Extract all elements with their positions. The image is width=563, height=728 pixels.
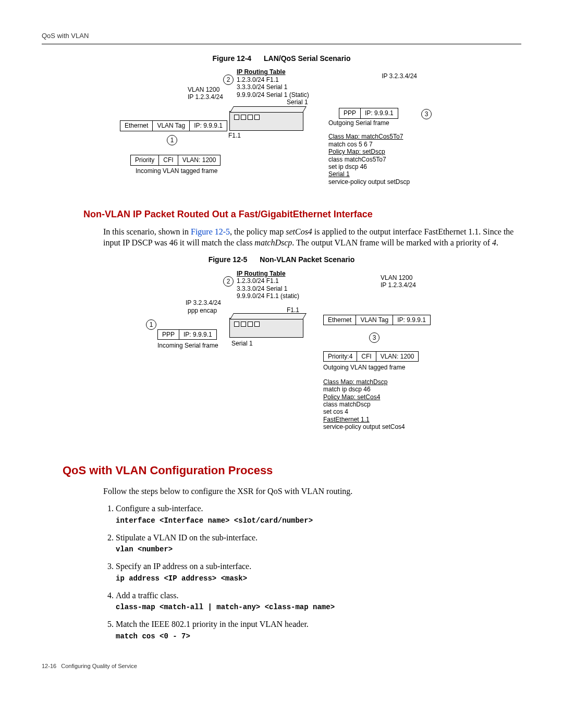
footer-title: Configuring Quality of Service: [61, 663, 137, 669]
page-footer: 12-16 Configuring Quality of Service: [42, 662, 521, 670]
figure1-diagram: 1 2 3 IP Routing Table 1.2.3.0/24 F1.1 3…: [120, 68, 443, 199]
section2-intro: Follow the steps below to configure the …: [103, 486, 521, 497]
para-text: , the policy map: [230, 227, 286, 236]
step-code: match cos <0 - 7>: [116, 632, 190, 640]
cell: PPP: [158, 330, 179, 339]
figure1-label: Figure 12-4: [212, 54, 251, 63]
ppp-cells: PPP IP: 9.9.9.1: [157, 329, 217, 340]
cell: VLAN: 1200: [376, 352, 419, 361]
routing-row: 1.2.3.0/24 F1.1: [237, 277, 279, 285]
em-text: setCos4: [286, 227, 312, 236]
running-header: QoS with VLAN: [42, 31, 521, 41]
list-item: Match the IEEE 802.1 priority in the inp…: [116, 619, 521, 641]
policy-map-heading: Policy Map: setDscp: [328, 148, 385, 155]
vlan-top: VLAN 1200: [188, 86, 219, 93]
f11-label: F1.1: [287, 306, 299, 314]
step-text: Configure a sub-interface.: [116, 504, 203, 513]
list-item: Add a traffic class. class-map <match-al…: [116, 590, 521, 612]
step-2-icon: 2: [223, 276, 234, 287]
cell: CFI: [357, 352, 376, 361]
serial-heading: Serial 1: [328, 170, 350, 178]
figure2-label: Figure 12-5: [209, 255, 248, 264]
vlan-top: VLAN 1200: [381, 274, 412, 281]
ethernet-cells: Ethernet VLAN Tag IP: 9.9.9.1: [323, 315, 431, 325]
fe-line: service-policy output setCos4: [323, 423, 405, 430]
cell: IP: 9.9.9.1: [393, 315, 430, 325]
figure2-diagram: 1 2 3 IP Routing Table 1.2.3.0/24 F1.1 3…: [120, 270, 443, 447]
header-rule: [42, 44, 521, 44]
cell: IP: 9.9.9.1: [179, 330, 216, 339]
cell: CFI: [159, 155, 178, 165]
para-text: In this scenario, shown in: [103, 227, 191, 236]
class-map-heading: Class Map: matchCos5To7: [328, 133, 403, 140]
cell: PPP: [339, 108, 361, 118]
routing-table: IP Routing Table 1.2.3.0/24 F1.1 3.3.3.0…: [237, 68, 309, 98]
em-text: 4: [492, 238, 496, 247]
routing-table-heading: IP Routing Table: [237, 68, 286, 76]
cell: IP: 9.9.9.1: [361, 108, 398, 118]
step-2-icon: 1: [167, 135, 177, 145]
routing-row: 3.3.3.0/24 Serial 1: [237, 285, 287, 292]
step-3-icon: 3: [369, 332, 380, 343]
routing-table-heading: IP Routing Table: [237, 270, 286, 277]
figure1-caption: Figure 12-4 LAN/QoS Serial Scenario: [42, 54, 521, 64]
ip-top: IP 1.2.3.4/24: [381, 281, 416, 289]
cell: Priority: [131, 155, 159, 165]
right-ip: IP 3.2.3.4/24: [382, 72, 417, 80]
para-text: . The output VLAN frame will be marked w…: [292, 238, 492, 247]
fe-heading: FastEthernet 1.1: [323, 416, 370, 423]
cell: VLAN Tag: [153, 121, 190, 130]
section1-paragraph: In this scenario, shown in Figure 12-5, …: [103, 226, 521, 249]
policy-map-line: set cos 4: [323, 408, 348, 415]
serial-line: service-policy output setDscp: [328, 178, 410, 186]
routing-table: IP Routing Table 1.2.3.0/24 F1.1 3.3.3.0…: [237, 270, 299, 300]
figure1-title: LAN/QoS Serial Scenario: [264, 54, 351, 63]
class-map-line: match cos 5 6 7: [328, 141, 373, 148]
policy-map-line: set ip dscp 46: [328, 163, 367, 170]
section2-heading: QoS with VLAN Configuration Process: [63, 463, 521, 478]
routing-row: 3.3.3.0/24 Serial 1: [237, 83, 287, 91]
policy-map-line: class matchCos5To7: [328, 156, 386, 163]
routing-row: 1.2.3.0/24 F1.1: [237, 76, 279, 83]
ethernet-cells: Ethernet VLAN Tag IP: 9.9.9.1: [120, 120, 227, 131]
cell: Ethernet: [324, 315, 356, 325]
step-1-icon: 1: [146, 319, 156, 330]
outgoing-frame-label: Outgoing Serial frame: [328, 119, 389, 127]
config-block: Class Map: matchCos5To7 match cos 5 6 7 …: [328, 133, 410, 186]
serial-label: Serial 1: [287, 98, 308, 106]
step-code: class-map <match-all | match-any> <class…: [116, 603, 335, 611]
list-item: Configure a sub-interface. interface <In…: [116, 503, 521, 525]
section1-heading: Non-VLAN IP Packet Routed Out a Fast/Gig…: [83, 208, 521, 220]
figure2-title: Non-VLAN Packet Scenario: [260, 255, 354, 264]
serial-label: Serial 1: [231, 340, 253, 347]
priority-cells: Priority:4 CFI VLAN: 1200: [323, 351, 419, 362]
step-3-icon: 3: [421, 109, 432, 119]
router-icon: [229, 111, 303, 131]
page-number: 12-16: [42, 663, 56, 669]
para-text: .: [496, 238, 498, 247]
step-code: ip address <IP address> <mask>: [116, 574, 247, 583]
router-icon: [229, 318, 303, 338]
policy-map-line: class matchDscp: [323, 401, 371, 408]
ip-top: IP 1.2.3.4/24: [188, 93, 223, 101]
cell: IP: 9.9.9.1: [190, 121, 227, 130]
figure-5-link[interactable]: Figure 12-5: [191, 227, 230, 236]
step-code: vlan <number>: [116, 545, 173, 553]
class-map-line: match ip dscp 46: [323, 386, 371, 393]
list-item: Stipulate a VLAN ID on the sub-interface…: [116, 532, 521, 554]
class-map-heading: Class Map: matchDscp: [323, 378, 387, 386]
step-text: Add a traffic class.: [116, 591, 179, 600]
cell: Ethernet: [120, 121, 153, 130]
incoming-frame-label: Incoming VLAN tagged frame: [136, 167, 217, 175]
config-block: Class Map: matchDscp match ip dscp 46 Po…: [323, 378, 405, 431]
cell: VLAN: 1200: [178, 155, 221, 165]
f11-label: F1.1: [228, 132, 241, 139]
step-text: Stipulate a VLAN ID on the sub-interface…: [116, 533, 258, 542]
routing-row: 9.9.9.0/24 F1.1 (static): [237, 292, 299, 300]
step-code: interface <Interface name> <slot/card/nu…: [116, 516, 313, 525]
em-text: matchDscp: [254, 238, 292, 247]
policy-map-heading: Policy Map: setCos4: [323, 393, 380, 401]
router-ports-icon: [234, 115, 260, 120]
priority-cells: Priority CFI VLAN: 1200: [130, 155, 221, 165]
step-2-icon: 2: [223, 75, 234, 85]
